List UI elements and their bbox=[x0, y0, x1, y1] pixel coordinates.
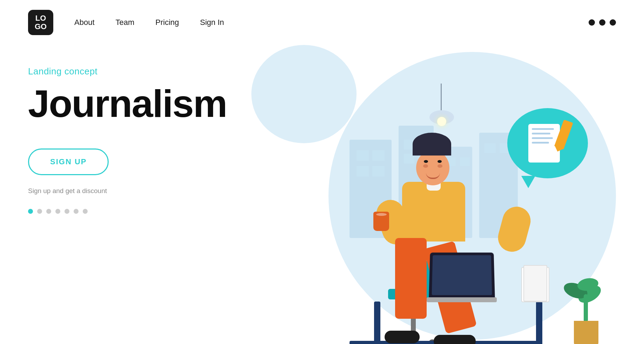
desk-leg-left bbox=[374, 302, 380, 344]
lamp-bulb bbox=[437, 117, 446, 126]
laptop-display bbox=[432, 255, 492, 295]
person-torso bbox=[402, 182, 465, 242]
dot-2 bbox=[599, 19, 605, 26]
lamp-cord bbox=[441, 84, 442, 112]
document-icon bbox=[528, 120, 567, 166]
logo[interactable]: LOGO bbox=[28, 10, 53, 35]
carousel-dot-3[interactable] bbox=[46, 209, 51, 214]
carousel-dot-6[interactable] bbox=[74, 209, 79, 214]
carousel-dots bbox=[28, 209, 245, 214]
doc-line-2 bbox=[532, 133, 550, 134]
doc-line-3 bbox=[532, 137, 553, 139]
hero-subtitle: Landing concept bbox=[28, 66, 245, 77]
scene bbox=[286, 62, 637, 344]
signup-button[interactable]: SIGN UP bbox=[28, 148, 109, 175]
person-head bbox=[416, 150, 449, 185]
person-leg-left bbox=[395, 238, 427, 319]
header-menu-dots[interactable] bbox=[589, 19, 616, 26]
logo-text: LOGO bbox=[35, 14, 47, 31]
carousel-dot-7[interactable] bbox=[83, 209, 88, 214]
main-content: Landing concept Journalism SIGN UP Sign … bbox=[0, 45, 644, 344]
header: LOGO About Team Pricing Sign In bbox=[0, 0, 644, 45]
carousel-dot-5[interactable] bbox=[65, 209, 69, 214]
laptop-base bbox=[427, 297, 497, 302]
carousel-dot-2[interactable] bbox=[37, 209, 42, 214]
nav-pricing[interactable]: Pricing bbox=[155, 18, 179, 27]
laptop-screen bbox=[429, 252, 495, 298]
carousel-dot-4[interactable] bbox=[55, 209, 60, 214]
doc-line-4 bbox=[532, 142, 549, 144]
navigation: About Team Pricing Sign In bbox=[74, 18, 224, 27]
person-hair bbox=[413, 133, 451, 156]
dot-1 bbox=[589, 19, 595, 26]
nav-about[interactable]: About bbox=[74, 18, 95, 27]
plant-pot bbox=[574, 321, 598, 344]
dot-3 bbox=[610, 19, 616, 26]
person-shoe-right bbox=[434, 335, 476, 344]
chat-bubble bbox=[507, 108, 588, 178]
cta-note: Sign up and get a discount bbox=[28, 187, 245, 195]
nav-signin[interactable]: Sign In bbox=[200, 18, 224, 27]
hero-title: Journalism bbox=[28, 83, 245, 124]
plant-stem bbox=[584, 294, 588, 322]
doc-line-1 bbox=[532, 128, 554, 130]
desk-leg-right bbox=[536, 302, 542, 344]
person-shoe-left bbox=[385, 331, 420, 343]
carousel-dot-1[interactable] bbox=[28, 209, 33, 214]
papers-stack bbox=[521, 267, 549, 302]
hero-left: Landing concept Journalism SIGN UP Sign … bbox=[28, 45, 245, 214]
coffee-cup bbox=[373, 212, 389, 231]
hero-illustration bbox=[276, 34, 644, 344]
nav-team[interactable]: Team bbox=[116, 18, 135, 27]
